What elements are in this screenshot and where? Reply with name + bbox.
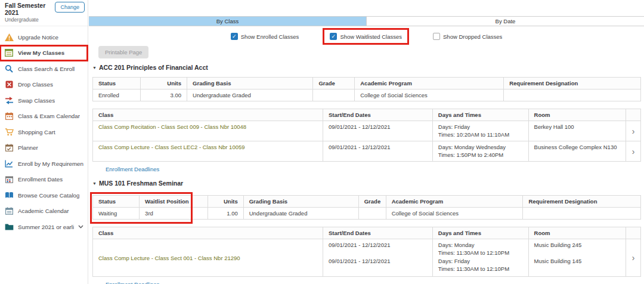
sidebar-item-label: Upgrade Notice bbox=[18, 34, 58, 41]
room-value: Music Building 245 bbox=[534, 242, 621, 258]
col-header-expand bbox=[626, 109, 641, 121]
filter-show-waitlisted[interactable]: ✓ Show Waitlisted Classes bbox=[323, 28, 409, 45]
filter-show-dropped[interactable]: Show Dropped Classes bbox=[433, 33, 502, 40]
past-terms-icon bbox=[4, 223, 14, 230]
sidebar-item-label: Summer 2021 or earlier bbox=[18, 224, 74, 230]
sidebar-item-label: View My Classes bbox=[18, 50, 64, 56]
sidebar-item-label: Class Search & Enroll bbox=[18, 66, 75, 72]
view-classes-icon bbox=[4, 49, 14, 57]
sidebar-item-swap-classes[interactable]: Swap Classes bbox=[0, 92, 88, 109]
col-header-requirement-designation: Requirement Designation bbox=[504, 78, 641, 89]
sidebar-item-label: Enrollment Dates bbox=[18, 176, 63, 183]
col-header-dates: Start/End Dates bbox=[323, 227, 432, 239]
sidebar-nav: Upgrade Notice View My Classes Class Sea… bbox=[0, 26, 88, 235]
enrollment-dates-icon bbox=[4, 175, 14, 183]
dropped-checkbox[interactable] bbox=[433, 33, 440, 40]
grading-basis-value: Undergraduate Graded bbox=[243, 208, 358, 220]
sidebar-item-upgrade-notice[interactable]: Upgrade Notice bbox=[0, 29, 88, 45]
class-link[interactable]: Class Comp Recitation - Class Sect 009 -… bbox=[98, 124, 246, 130]
sidebar-item-drop-classes[interactable]: Drop Classes bbox=[0, 77, 88, 93]
sidebar-item-label: Swap Classes bbox=[18, 97, 55, 104]
sidebar-item-label: Academic Calendar bbox=[18, 208, 69, 214]
class-link[interactable]: Class Comp Lecture - Class Sect LEC2 - C… bbox=[98, 144, 245, 150]
sidebar-item-shopping-cart[interactable]: Shopping Cart bbox=[0, 124, 88, 140]
filter-show-enrolled[interactable]: ✓ Show Enrolled Classes bbox=[231, 33, 299, 40]
col-header-academic-program: Academic Program bbox=[355, 78, 504, 89]
sidebar-item-enrollment-dates[interactable]: Enrollment Dates bbox=[0, 172, 88, 188]
col-header-class: Class bbox=[93, 227, 323, 239]
col-header-units: Units bbox=[140, 78, 187, 89]
tab-by-date[interactable]: By Date bbox=[366, 17, 644, 26]
table-row: Enrolled 3.00 Undergraduate Graded Colle… bbox=[93, 89, 641, 101]
sidebar-item-past-terms[interactable]: Summer 2021 or earlier bbox=[0, 219, 88, 235]
collapse-triangle-icon: ▼ bbox=[92, 66, 97, 70]
career-label: Undergraduate bbox=[5, 17, 55, 23]
room-value: Berkey Hall 100 bbox=[528, 121, 626, 141]
filter-row: ✓ Show Enrolled Classes ✓ Show Waitliste… bbox=[89, 27, 644, 45]
col-header-units: Units bbox=[208, 196, 243, 208]
drop-classes-icon bbox=[4, 81, 14, 88]
units-value: 3.00 bbox=[140, 89, 187, 101]
col-header-days-times: Days and Times bbox=[432, 227, 528, 239]
col-header-grading-basis: Grading Basis bbox=[243, 196, 358, 208]
sidebar-item-view-my-classes[interactable]: View My Classes bbox=[0, 45, 88, 61]
col-header-requirement-designation: Requirement Designation bbox=[523, 196, 641, 208]
enrolled-checkbox[interactable]: ✓ bbox=[231, 33, 238, 40]
waitlisted-checkbox[interactable]: ✓ bbox=[330, 33, 337, 40]
sidebar-item-label: Shopping Cart bbox=[18, 129, 55, 135]
change-term-button[interactable]: Change bbox=[55, 2, 85, 13]
sidebar-item-browse-course-catalog[interactable]: Browse Course Catalog bbox=[0, 187, 88, 203]
days-value: Days: Monday Wednesday bbox=[438, 144, 523, 152]
col-header-room: Room bbox=[528, 109, 626, 121]
enrollment-deadlines-link[interactable]: Enrollment Deadlines bbox=[106, 281, 159, 284]
table-row: Waiting 3rd 1.00 Undergraduate Graded Co… bbox=[93, 208, 641, 220]
col-header-days-times: Days and Times bbox=[432, 109, 528, 121]
days-value: Days: Monday bbox=[438, 242, 523, 249]
mus101-class-table: Class Start/End Dates Days and Times Roo… bbox=[92, 227, 641, 277]
acc201-class-table: Class Start/End Dates Days and Times Roo… bbox=[92, 109, 641, 162]
class-exam-calendar-icon bbox=[4, 112, 14, 120]
col-header-class: Class bbox=[93, 109, 323, 121]
days-value: Days: Friday bbox=[438, 124, 523, 131]
row-chevron-icon[interactable]: › bbox=[626, 121, 641, 141]
class-link[interactable]: Class Comp Lecture - Class Sect 001 - Cl… bbox=[98, 255, 240, 261]
term-header: Fall Semester 2021 Undergraduate Change bbox=[0, 0, 88, 26]
row-chevron-icon[interactable]: › bbox=[626, 239, 641, 277]
room-value: Business College Complex N130 bbox=[528, 141, 626, 162]
printable-page-button[interactable]: Printable Page bbox=[98, 46, 148, 58]
col-header-expand bbox=[626, 227, 641, 239]
col-header-dates: Start/End Dates bbox=[323, 109, 432, 121]
shopping-cart-icon bbox=[4, 128, 14, 136]
tab-by-class[interactable]: By Class bbox=[89, 17, 366, 26]
table-row: Class Comp Lecture - Class Sect LEC2 - C… bbox=[93, 141, 641, 162]
collapse-triangle-icon: ▼ bbox=[92, 181, 97, 186]
sidebar-item-planner[interactable]: Planner bbox=[0, 140, 88, 156]
classes-list: ▼ ACC 201 Principles of Financial Acct S… bbox=[89, 64, 644, 284]
course-title-text: ACC 201 Principles of Financial Acct bbox=[99, 64, 208, 71]
sidebar-item-class-exam-calendar[interactable]: Class & Exam Calendar bbox=[0, 109, 88, 125]
academic-calendar-icon bbox=[4, 207, 14, 215]
sidebar-item-academic-calendar[interactable]: Academic Calendar bbox=[0, 203, 88, 220]
grade-value bbox=[313, 89, 355, 101]
course-header-mus101[interactable]: ▼ MUS 101 Freshman Seminar bbox=[92, 180, 641, 187]
col-header-room: Room bbox=[528, 227, 626, 239]
col-header-waitlist-position: Waitlist Position bbox=[140, 196, 208, 208]
times-value: Times: 1:50PM to 2:40PM bbox=[438, 152, 523, 159]
sidebar-item-enroll-by-requirements[interactable]: Enroll by My Requirements bbox=[0, 156, 88, 172]
row-chevron-icon[interactable]: › bbox=[626, 141, 641, 162]
status-value: Waiting bbox=[93, 208, 140, 220]
enrollment-deadlines-link[interactable]: Enrollment Deadlines bbox=[106, 166, 159, 172]
sidebar-item-class-search-enroll[interactable]: Class Search & Enroll bbox=[0, 61, 88, 77]
col-header-grade: Grade bbox=[358, 196, 386, 208]
col-header-grade: Grade bbox=[313, 78, 355, 89]
grade-value bbox=[358, 208, 386, 220]
sidebar-item-label: Class & Exam Calendar bbox=[18, 113, 80, 119]
dropped-checkbox-label: Show Dropped Classes bbox=[443, 33, 502, 40]
times-value: Times: 10:20AM to 11:10AM bbox=[438, 131, 523, 139]
table-row: Class Comp Recitation - Class Sect 009 -… bbox=[93, 121, 641, 141]
mus101-status-table-wrap: Status Waitlist Position Units Grading B… bbox=[92, 195, 641, 220]
waitlisted-checkbox-label: Show Waitlisted Classes bbox=[340, 33, 402, 40]
requirement-designation-value bbox=[523, 208, 641, 220]
course-title-text: MUS 101 Freshman Seminar bbox=[99, 180, 183, 187]
course-header-acc201[interactable]: ▼ ACC 201 Principles of Financial Acct bbox=[92, 64, 641, 71]
